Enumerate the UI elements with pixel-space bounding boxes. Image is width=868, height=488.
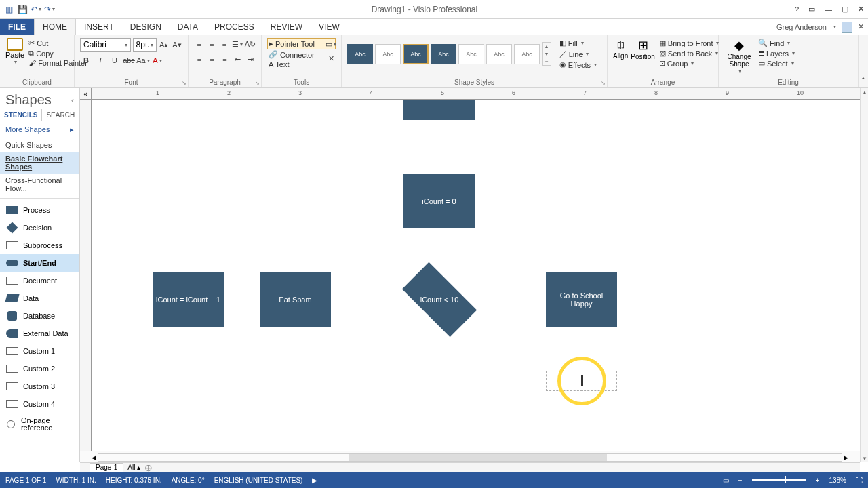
vertical-ruler[interactable]: « xyxy=(80,100,92,451)
tab-home[interactable]: HOME xyxy=(34,18,76,35)
layers-button[interactable]: ≣Layers▾ xyxy=(757,48,796,58)
scroll-right-icon[interactable]: ▶ xyxy=(844,454,848,461)
shape-custom2[interactable]: Custom 2 xyxy=(0,360,79,378)
effects-button[interactable]: ◉Effects▾ xyxy=(558,60,598,70)
shape-external-data[interactable]: External Data xyxy=(0,325,79,342)
horizontal-scrollbar[interactable]: ◀ ▶ xyxy=(92,453,848,462)
shape-count-init[interactable]: iCount = 0 xyxy=(403,174,475,228)
case-button[interactable]: Aa▾ xyxy=(137,54,149,66)
fit-page-icon[interactable]: ⛶ xyxy=(856,476,863,484)
tab-insert[interactable]: INSERT xyxy=(76,19,122,35)
align-right-button[interactable]: ≡ xyxy=(220,53,231,65)
horizontal-ruler[interactable]: 1 2 3 4 5 6 7 8 9 10 xyxy=(92,88,860,100)
shape-decision[interactable]: Decision xyxy=(0,219,79,237)
dedent-button[interactable]: ⇤ xyxy=(232,53,243,65)
line-button[interactable]: ／Line▾ xyxy=(558,48,598,60)
ribbon-options-icon[interactable]: ▭ xyxy=(808,5,815,14)
shape-custom3[interactable]: Custom 3 xyxy=(0,378,79,395)
avatar[interactable] xyxy=(842,22,852,33)
macro-icon[interactable]: ▶ xyxy=(312,476,317,484)
shape-custom4[interactable]: Custom 4 xyxy=(0,395,79,413)
align-button[interactable]: ⎅Align xyxy=(613,38,628,68)
font-dialog-launcher[interactable]: ↘ xyxy=(182,80,186,86)
shape-style-gallery[interactable]: Abc Abc Abc Abc Abc Abc Abc xyxy=(347,44,540,64)
ruler-corner[interactable]: « xyxy=(80,88,92,100)
status-page[interactable]: PAGE 1 OF 1 xyxy=(5,476,46,484)
bullets-button[interactable]: ☰▾ xyxy=(232,38,243,50)
bold-button[interactable]: B xyxy=(80,54,92,66)
style-chip[interactable]: Abc xyxy=(514,44,540,64)
tab-process[interactable]: PROCESS xyxy=(206,19,262,35)
style-chip[interactable]: Abc xyxy=(486,44,512,64)
shape-count-inc[interactable]: iCount = iCount + 1 xyxy=(153,272,224,327)
bring-front-button[interactable]: ▦Bring to Front▾ xyxy=(658,38,721,48)
shapestyles-dialog-launcher[interactable]: ↘ xyxy=(601,80,606,86)
style-chip[interactable]: Abc xyxy=(458,44,484,64)
shape-eat-spam[interactable]: Eat Spam xyxy=(260,272,331,327)
zoom-out-icon[interactable]: − xyxy=(738,476,743,484)
shape-school[interactable]: Go to School Happy xyxy=(546,272,617,327)
style-chip[interactable]: Abc xyxy=(347,44,373,64)
paste-button[interactable]: Paste▾ xyxy=(5,38,24,65)
style-chip[interactable]: Abc xyxy=(431,44,456,64)
find-button[interactable]: 🔍Find▾ xyxy=(757,38,796,48)
close-window-icon[interactable]: ✕ xyxy=(858,5,864,14)
quick-shapes-cat[interactable]: Quick Shapes xyxy=(0,138,79,152)
save-icon[interactable]: 💾 xyxy=(18,5,27,14)
tab-review[interactable]: REVIEW xyxy=(262,19,311,35)
user-name[interactable]: Greg Anderson xyxy=(776,23,827,31)
page-all[interactable]: All ▴ xyxy=(127,464,140,471)
tab-data[interactable]: DATA xyxy=(170,19,206,35)
maximize-icon[interactable]: ▢ xyxy=(842,5,848,14)
fill-button[interactable]: ◧Fill▾ xyxy=(558,38,598,48)
tab-view[interactable]: VIEW xyxy=(311,19,348,35)
gallery-down-icon[interactable]: ▾ xyxy=(543,50,551,58)
shape-custom1[interactable]: Custom 1 xyxy=(0,342,79,360)
shape-onpage-ref[interactable]: On-page reference xyxy=(0,413,79,436)
align-center-button[interactable]: ≡ xyxy=(207,53,218,65)
undo-icon[interactable]: ↶▾ xyxy=(31,5,41,14)
zoom-slider[interactable] xyxy=(752,479,806,481)
change-shape-button[interactable]: ◆Change Shape▾ xyxy=(724,38,754,74)
position-button[interactable]: ⊞Position xyxy=(631,38,655,68)
align-middle-button[interactable]: ≡ xyxy=(207,38,218,50)
paragraph-dialog-launcher[interactable]: ↘ xyxy=(255,80,260,86)
scrollbar-thumb[interactable] xyxy=(349,454,607,461)
shape-decision[interactable]: iCount < 10 xyxy=(406,272,473,327)
delete-connector-button[interactable]: ✕ xyxy=(325,52,337,64)
cross-functional-cat[interactable]: Cross-Functional Flow... xyxy=(0,174,79,195)
font-size-select[interactable]: 8pt.▾ xyxy=(133,38,157,52)
strike-button[interactable]: abc xyxy=(123,54,135,66)
collapse-panel-icon[interactable]: ‹ xyxy=(71,96,74,105)
style-chip[interactable]: Abc xyxy=(403,44,429,64)
shape-terminator-editing[interactable] xyxy=(546,371,617,391)
zoom-level[interactable]: 138% xyxy=(829,476,846,484)
page-tab-1[interactable]: Page-1 xyxy=(90,463,123,472)
shape-process[interactable]: Process xyxy=(0,201,79,219)
stencils-tab[interactable]: STENCILS xyxy=(0,109,41,121)
more-shapes-link[interactable]: More Shapes▸ xyxy=(0,121,79,138)
tab-file[interactable]: FILE xyxy=(0,19,34,35)
grow-font-button[interactable]: A▴ xyxy=(159,39,170,51)
shape-startend[interactable]: Start/End xyxy=(0,254,79,272)
close-doc-icon[interactable]: ✕ xyxy=(858,22,864,31)
send-back-button[interactable]: ▧Send to Back▾ xyxy=(658,48,721,58)
basic-flowchart-cat[interactable]: Basic Flowchart Shapes xyxy=(0,152,79,174)
underline-button[interactable]: U xyxy=(108,54,121,66)
gallery-more-icon[interactable]: ≡ xyxy=(543,58,551,65)
style-chip[interactable]: Abc xyxy=(375,44,401,64)
shape-top-partial[interactable] xyxy=(403,100,475,120)
search-tab[interactable]: SEARCH xyxy=(42,109,79,121)
scroll-up-icon[interactable]: ▲ xyxy=(861,88,868,96)
redo-icon[interactable]: ↷▾ xyxy=(45,5,54,14)
align-top-button[interactable]: ≡ xyxy=(194,38,205,50)
select-button[interactable]: ▭Select▾ xyxy=(757,58,796,68)
scroll-down-icon[interactable]: ▼ xyxy=(861,454,868,462)
presentation-mode-icon[interactable]: ▭ xyxy=(723,476,729,484)
tab-design[interactable]: DESIGN xyxy=(122,19,170,35)
collapse-ribbon-icon[interactable]: ˆ xyxy=(862,77,864,85)
italic-button[interactable]: I xyxy=(94,54,106,66)
group-button[interactable]: ⊡Group▾ xyxy=(658,58,721,68)
minimize-icon[interactable]: — xyxy=(825,5,832,14)
zoom-in-icon[interactable]: + xyxy=(816,476,820,484)
